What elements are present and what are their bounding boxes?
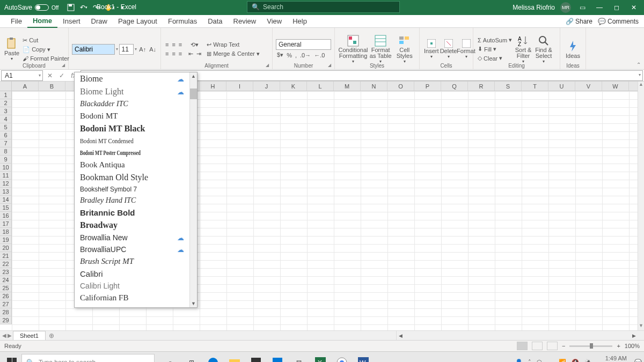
row-header[interactable]: 14 (0, 196, 11, 204)
tray-clock[interactable]: 1:49 AM 12/24/2019 (597, 355, 629, 362)
accounting-format-icon[interactable]: $▾ (276, 51, 284, 59)
tray-notifications-icon[interactable]: 💬 (634, 359, 642, 362)
save-icon[interactable] (65, 2, 77, 13)
column-header[interactable]: S (495, 82, 522, 91)
column-header[interactable]: H (200, 82, 226, 91)
file-explorer-icon[interactable] (224, 353, 245, 363)
horizontal-scrollbar[interactable]: ◀▶ (396, 331, 638, 340)
row-header[interactable]: 18 (0, 228, 11, 236)
column-header[interactable]: Q (441, 82, 468, 91)
scrollbar-thumb[interactable] (190, 88, 197, 99)
zoom-level[interactable]: 100% (625, 343, 640, 349)
wrap-text-button[interactable]: ↩Wrap Text (206, 41, 261, 49)
select-all-button[interactable] (0, 82, 12, 91)
font-option[interactable]: Britannic Bold (75, 206, 189, 219)
font-option[interactable]: Bookshelf Symbol 7 (75, 184, 189, 195)
edge-icon[interactable] (203, 353, 223, 363)
column-header[interactable]: L (307, 82, 334, 91)
zoom-out-icon[interactable]: − (562, 343, 565, 349)
undo-icon[interactable]: ↶▾ (78, 2, 90, 13)
align-center-icon[interactable]: ≡ (171, 50, 176, 57)
column-header[interactable]: A (12, 82, 39, 91)
store-icon[interactable] (246, 353, 266, 363)
enter-formula-icon[interactable]: ✓ (56, 72, 68, 79)
font-option[interactable]: Bodoni MT (75, 110, 189, 122)
font-name-combo[interactable]: Calibri (72, 44, 115, 55)
row-header[interactable]: 20 (0, 244, 11, 252)
font-option[interactable]: Biome Light☁ (75, 85, 189, 98)
decrease-indent-icon[interactable]: ⇤ (187, 50, 194, 58)
align-top-icon[interactable]: ≡ (164, 41, 170, 48)
row-header[interactable]: 15 (0, 204, 11, 212)
decrease-decimal-icon[interactable]: ←.0 (313, 51, 326, 59)
row-header[interactable]: 24 (0, 276, 11, 284)
number-dialog-launcher[interactable]: ◢ (328, 63, 333, 68)
percent-format-icon[interactable]: % (286, 51, 293, 59)
row-header[interactable]: 29 (0, 316, 11, 324)
tab-help[interactable]: Help (287, 15, 312, 27)
row-header[interactable]: 19 (0, 236, 11, 244)
row-header[interactable]: 5 (0, 123, 11, 131)
align-right-icon[interactable]: ≡ (178, 50, 183, 57)
page-break-view-icon[interactable] (547, 342, 558, 350)
row-header[interactable]: 21 (0, 252, 11, 260)
row-header[interactable]: 23 (0, 268, 11, 276)
row-header[interactable]: 12 (0, 180, 11, 188)
zoom-slider[interactable] (569, 345, 612, 347)
tab-data[interactable]: Data (202, 15, 228, 27)
column-header[interactable]: U (548, 82, 575, 91)
row-header[interactable]: 16 (0, 212, 11, 220)
column-header[interactable]: N (361, 82, 387, 91)
ribbon-display-icon[interactable]: ▭ (576, 2, 588, 13)
font-option[interactable]: BrowalliaUPC☁ (75, 243, 189, 255)
font-size-combo[interactable]: 11 (119, 44, 134, 55)
dropdown-scrollbar[interactable]: ▲ ▼ (189, 72, 197, 307)
decrease-font-icon[interactable]: A↓ (148, 46, 157, 53)
row-header[interactable]: 3 (0, 107, 11, 115)
tray-onedrive-icon[interactable]: ☁ (547, 359, 553, 362)
maximize-icon[interactable]: ◻ (611, 2, 623, 13)
row-header[interactable]: 7 (0, 139, 11, 147)
row-header[interactable]: 2 (0, 99, 11, 107)
fill-button[interactable]: ⬇Fill ▾ (477, 45, 513, 53)
row-header[interactable]: 28 (0, 308, 11, 316)
font-option[interactable]: Calibri Light (75, 280, 189, 292)
tab-page-layout[interactable]: Page Layout (113, 15, 163, 27)
vertical-scrollbar[interactable]: ▲ ▼ (638, 82, 644, 330)
font-option[interactable]: Bradley Hand ITC (75, 195, 189, 206)
tray-power-icon[interactable]: 🔌 (584, 359, 592, 362)
column-header[interactable]: M (334, 82, 361, 91)
tray-volume-icon[interactable]: 🔇 (572, 359, 579, 362)
row-header[interactable]: 22 (0, 260, 11, 268)
font-option[interactable]: Calisto MT (75, 304, 189, 307)
user-avatar[interactable]: MR (560, 2, 571, 13)
row-header[interactable]: 1 (0, 91, 11, 99)
task-view-icon[interactable]: ⊞ (181, 353, 202, 363)
increase-decimal-icon[interactable]: .0→ (299, 51, 312, 59)
tab-insert[interactable]: Insert (57, 15, 86, 27)
clipboard-dialog-launcher[interactable]: ◢ (62, 63, 67, 68)
sheet-tab-active[interactable]: Sheet1 (13, 331, 46, 340)
comma-format-icon[interactable]: , (294, 51, 298, 59)
tray-meet-now-icon[interactable]: 👤 (515, 359, 523, 362)
increase-font-icon[interactable]: A↑ (138, 46, 147, 53)
page-layout-view-icon[interactable] (532, 342, 543, 350)
copy-button[interactable]: 📄Copy ▾ (21, 46, 70, 54)
row-header[interactable]: 27 (0, 300, 11, 308)
user-name[interactable]: Melissa Riofrio (513, 4, 555, 11)
cortana-icon[interactable]: ○ (160, 353, 180, 363)
column-header[interactable]: O (387, 82, 414, 91)
title-search[interactable]: 🔍 Search (247, 1, 400, 13)
font-option[interactable]: Bodoni MT Black (75, 122, 189, 135)
normal-view-icon[interactable] (517, 342, 528, 350)
row-header[interactable]: 8 (0, 147, 11, 156)
taskbar-search[interactable]: 🔍 Type here to search (21, 354, 155, 363)
align-left-icon[interactable]: ≡ (164, 50, 170, 57)
row-header[interactable]: 9 (0, 156, 11, 164)
tab-view[interactable]: View (261, 15, 287, 27)
font-option[interactable]: Browallia New☁ (75, 232, 189, 243)
mail-icon[interactable]: ✉ (289, 353, 309, 363)
number-format-combo[interactable]: General (276, 39, 331, 50)
collapse-ribbon-icon[interactable]: ⌃ (636, 62, 641, 68)
tray-chevron-up-icon[interactable]: ˄ (528, 359, 531, 362)
